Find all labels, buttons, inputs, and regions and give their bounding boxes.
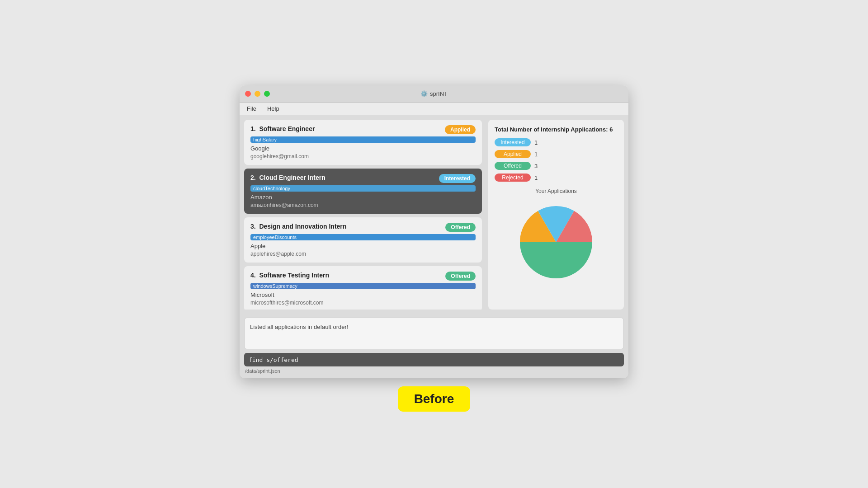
file-path: /data/sprint.json	[244, 366, 624, 375]
app-card-2[interactable]: 2. Cloud Engineer Intern Interested clou…	[244, 169, 482, 214]
stat-badge-offered: Offered	[495, 162, 531, 170]
command-input-wrapper[interactable]	[244, 353, 624, 366]
stat-row-interested: Interested 1	[495, 138, 618, 146]
main-content: 1. Software Engineer Applied highSalary …	[240, 115, 628, 314]
app-tag: highSalary	[250, 136, 476, 143]
minimize-button[interactable]	[255, 91, 260, 97]
menu-help[interactable]: Help	[265, 104, 281, 113]
app-tag: employeeDiscounts	[250, 234, 476, 240]
stat-row-offered: Offered 3	[495, 162, 618, 170]
pie-chart-container	[495, 197, 618, 287]
status-badge: Applied	[445, 125, 476, 134]
pie-chart	[511, 197, 601, 287]
stat-badge-interested: Interested	[495, 138, 531, 146]
app-card-header: 4. Software Testing Intern Offered	[250, 272, 476, 281]
app-card-header: 1. Software Engineer Applied	[250, 125, 476, 134]
app-card-4[interactable]: 4. Software Testing Intern Offered windo…	[244, 266, 482, 310]
chart-title: Your Applications	[495, 188, 618, 194]
app-email: applehires@apple.com	[250, 251, 476, 257]
app-window: ⚙️ sprINT File Help 1. Software Engineer…	[240, 85, 628, 378]
stat-count-offered: 3	[534, 163, 538, 169]
stats-title: Total Number of Internship Applications:…	[495, 126, 618, 133]
pie-segment-offered	[520, 242, 592, 278]
app-company: Microsoft	[250, 291, 476, 298]
output-area: Listed all applications in default order…	[244, 318, 624, 349]
status-badge: Offered	[445, 223, 476, 232]
app-card-3[interactable]: 3. Design and Innovation Intern Offered …	[244, 217, 482, 263]
app-company: Amazon	[250, 194, 476, 201]
menu-file[interactable]: File	[245, 104, 258, 113]
app-card-header: 2. Cloud Engineer Intern Interested	[250, 174, 476, 183]
stat-count-interested: 1	[534, 139, 538, 146]
app-card-header: 3. Design and Innovation Intern Offered	[250, 223, 476, 232]
app-tag: cloudTechnology	[250, 185, 476, 192]
app-email: googlehires@gmail.com	[250, 153, 476, 160]
app-title: 4. Software Testing Intern	[250, 272, 329, 279]
stat-badge-applied: Applied	[495, 150, 531, 158]
app-title: 1. Software Engineer	[250, 125, 315, 132]
close-button[interactable]	[245, 91, 251, 97]
output-text: Listed all applications in default order…	[250, 324, 349, 330]
applications-list: 1. Software Engineer Applied highSalary …	[244, 120, 484, 310]
before-label: Before	[398, 386, 471, 412]
maximize-button[interactable]	[264, 91, 270, 97]
bottom-section: Listed all applications in default order…	[240, 314, 628, 378]
stat-row-rejected: Rejected 1	[495, 174, 618, 182]
stat-badge-rejected: Rejected	[495, 174, 531, 182]
stat-row-applied: Applied 1	[495, 150, 618, 158]
status-badge: Offered	[445, 272, 476, 281]
stat-count-applied: 1	[534, 151, 538, 158]
app-email: amazonhires@amazon.com	[250, 202, 476, 208]
window-title: ⚙️ sprINT	[420, 90, 448, 97]
stat-count-rejected: 1	[534, 174, 538, 181]
traffic-lights	[245, 91, 270, 97]
app-company: Apple	[250, 243, 476, 249]
app-card-1[interactable]: 1. Software Engineer Applied highSalary …	[244, 120, 482, 165]
app-title: 3. Design and Innovation Intern	[250, 223, 346, 230]
app-icon: ⚙️	[420, 90, 428, 97]
app-title: 2. Cloud Engineer Intern	[250, 174, 326, 181]
menu-bar: File Help	[240, 103, 628, 115]
command-input[interactable]	[249, 357, 619, 363]
app-company: Google	[250, 145, 476, 152]
title-bar: ⚙️ sprINT	[240, 85, 628, 103]
status-badge: Interested	[439, 174, 476, 183]
stats-panel: Total Number of Internship Applications:…	[488, 120, 624, 310]
app-tag: windowsSupremacy	[250, 283, 476, 289]
app-email: microsofthires@microsoft.com	[250, 300, 476, 306]
